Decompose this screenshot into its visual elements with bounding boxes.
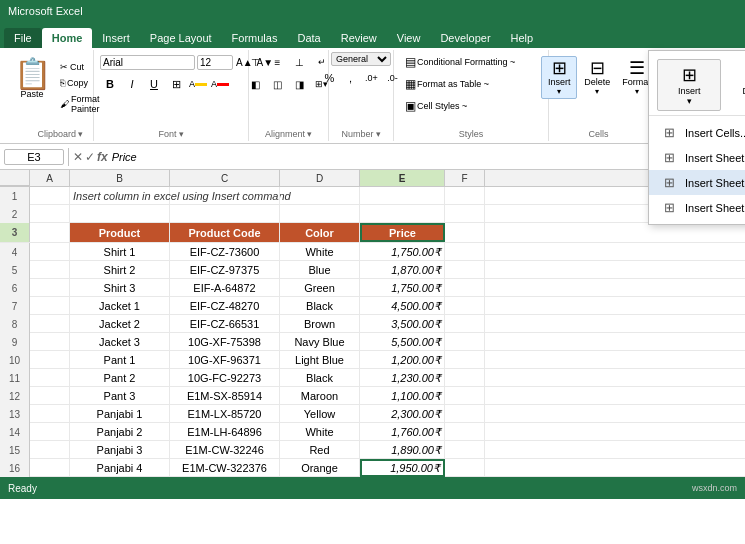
- cell-10c[interactable]: 10G-XF-96371: [170, 351, 280, 369]
- cell-13e[interactable]: 2,300.00₹: [360, 405, 445, 423]
- cell-9d[interactable]: Navy Blue: [280, 333, 360, 351]
- align-right-button[interactable]: ◨: [290, 74, 310, 94]
- cell-8f[interactable]: [445, 315, 485, 333]
- cell-2f[interactable]: [445, 205, 485, 223]
- tab-insert[interactable]: Insert: [92, 28, 140, 48]
- cell-12c[interactable]: E1M-SX-85914: [170, 387, 280, 405]
- cell-11a[interactable]: [30, 369, 70, 387]
- percent-button[interactable]: %: [320, 68, 340, 88]
- cell-3f[interactable]: [445, 223, 485, 242]
- cell-1e[interactable]: [360, 187, 445, 205]
- cell-10d[interactable]: Light Blue: [280, 351, 360, 369]
- cell-11e[interactable]: 1,230.00₹: [360, 369, 445, 387]
- cell-11f[interactable]: [445, 369, 485, 387]
- cell-10e[interactable]: 1,200.00₹: [360, 351, 445, 369]
- cell-14d[interactable]: White: [280, 423, 360, 441]
- bold-button[interactable]: B: [100, 74, 120, 94]
- insert-button[interactable]: ⊞ Insert ▾: [541, 56, 577, 99]
- cell-14c[interactable]: E1M-LH-64896: [170, 423, 280, 441]
- cell-14f[interactable]: [445, 423, 485, 441]
- dropdown-delete-button[interactable]: ⊟ Delete ▾: [723, 59, 745, 111]
- align-left-button[interactable]: ◧: [246, 74, 266, 94]
- cell-16a[interactable]: [30, 459, 70, 477]
- cell-2b[interactable]: [70, 205, 170, 223]
- cell-9a[interactable]: [30, 333, 70, 351]
- font-name-select[interactable]: [100, 55, 195, 70]
- cell-4b[interactable]: Shirt 1: [70, 243, 170, 261]
- cell-7f[interactable]: [445, 297, 485, 315]
- cell-14a[interactable]: [30, 423, 70, 441]
- cancel-icon[interactable]: ✕: [73, 150, 83, 164]
- cell-5c[interactable]: EIF-CZ-97375: [170, 261, 280, 279]
- cell-7b[interactable]: Jacket 1: [70, 297, 170, 315]
- cell-1f[interactable]: [445, 187, 485, 205]
- cell-5d[interactable]: Blue: [280, 261, 360, 279]
- cell-6b[interactable]: Shirt 3: [70, 279, 170, 297]
- cell-styles-button[interactable]: ▣ Cell Styles ~: [400, 96, 542, 116]
- cell-15e[interactable]: 1,890.00₹: [360, 441, 445, 459]
- cell-14e[interactable]: 1,760.00₹: [360, 423, 445, 441]
- tab-developer[interactable]: Developer: [430, 28, 500, 48]
- cell-3d[interactable]: Color: [280, 223, 360, 242]
- delete-dropdown-arrow[interactable]: ▾: [595, 87, 599, 96]
- cell-5e[interactable]: 1,870.00₹: [360, 261, 445, 279]
- cell-1b[interactable]: Insert column in excel using Insert comm…: [70, 187, 170, 205]
- cell-3c[interactable]: Product Code: [170, 223, 280, 242]
- cell-8e[interactable]: 3,500.00₹: [360, 315, 445, 333]
- align-center-button[interactable]: ◫: [268, 74, 288, 94]
- font-color-button[interactable]: A: [210, 74, 230, 94]
- cell-16b[interactable]: Panjabi 4: [70, 459, 170, 477]
- name-box[interactable]: [4, 149, 64, 165]
- increase-decimal-button[interactable]: .0+: [362, 68, 382, 88]
- cell-4c[interactable]: EIF-CZ-73600: [170, 243, 280, 261]
- cell-11d[interactable]: Black: [280, 369, 360, 387]
- tab-review[interactable]: Review: [331, 28, 387, 48]
- cell-2e[interactable]: [360, 205, 445, 223]
- cell-4e[interactable]: 1,750.00₹: [360, 243, 445, 261]
- cell-13a[interactable]: [30, 405, 70, 423]
- cell-15d[interactable]: Red: [280, 441, 360, 459]
- cell-8c[interactable]: EIF-CZ-66531: [170, 315, 280, 333]
- cell-16c[interactable]: E1M-CW-322376: [170, 459, 280, 477]
- cell-11b[interactable]: Pant 2: [70, 369, 170, 387]
- cell-12d[interactable]: Maroon: [280, 387, 360, 405]
- formula-input[interactable]: [108, 151, 741, 163]
- cell-9c[interactable]: 10G-XF-75398: [170, 333, 280, 351]
- cell-6c[interactable]: EIF-A-64872: [170, 279, 280, 297]
- insert-dropdown-arrow[interactable]: ▾: [557, 87, 561, 96]
- align-middle-button[interactable]: ≡: [268, 52, 288, 72]
- cell-15a[interactable]: [30, 441, 70, 459]
- cell-9f[interactable]: [445, 333, 485, 351]
- cell-10a[interactable]: [30, 351, 70, 369]
- cell-8b[interactable]: Jacket 2: [70, 315, 170, 333]
- dropdown-insert-button[interactable]: ⊞ Insert ▾: [657, 59, 721, 111]
- cell-12b[interactable]: Pant 3: [70, 387, 170, 405]
- cell-7c[interactable]: EIF-CZ-48270: [170, 297, 280, 315]
- cell-3a[interactable]: [30, 223, 70, 242]
- col-header-f[interactable]: F: [445, 170, 485, 186]
- comma-button[interactable]: ,: [341, 68, 361, 88]
- cell-4d[interactable]: White: [280, 243, 360, 261]
- cell-16d[interactable]: Orange: [280, 459, 360, 477]
- cell-5f[interactable]: [445, 261, 485, 279]
- cell-11c[interactable]: 10G-FC-92273: [170, 369, 280, 387]
- cell-8d[interactable]: Brown: [280, 315, 360, 333]
- cell-4f[interactable]: [445, 243, 485, 261]
- tab-formulas[interactable]: Formulas: [222, 28, 288, 48]
- col-header-c[interactable]: C: [170, 170, 280, 186]
- cell-9b[interactable]: Jacket 3: [70, 333, 170, 351]
- align-bottom-button[interactable]: ⊥: [290, 52, 310, 72]
- paste-button[interactable]: 📋 Paste: [10, 56, 54, 102]
- cell-7d[interactable]: Black: [280, 297, 360, 315]
- cell-13b[interactable]: Panjabi 1: [70, 405, 170, 423]
- cell-6f[interactable]: [445, 279, 485, 297]
- cell-3b[interactable]: Product: [70, 223, 170, 242]
- underline-button[interactable]: U: [144, 74, 164, 94]
- cell-13f[interactable]: [445, 405, 485, 423]
- border-button[interactable]: ⊞: [166, 74, 186, 94]
- cell-5b[interactable]: Shirt 2: [70, 261, 170, 279]
- confirm-icon[interactable]: ✓: [85, 150, 95, 164]
- cell-14b[interactable]: Panjabi 2: [70, 423, 170, 441]
- fx-icon[interactable]: fx: [97, 150, 108, 164]
- tab-data[interactable]: Data: [287, 28, 330, 48]
